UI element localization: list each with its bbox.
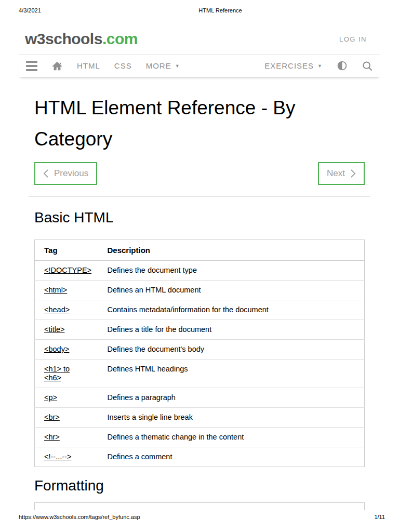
home-icon[interactable] — [51, 61, 63, 71]
previous-button-label: Previous — [54, 168, 88, 179]
description-text: Defines a title for the document — [108, 325, 212, 334]
description-cell: Defines an HTML document — [103, 281, 365, 300]
section-divider — [29, 196, 370, 197]
menu-icon[interactable] — [26, 61, 37, 71]
table-row: <html> Defines an HTML document — [35, 281, 365, 300]
next-button[interactable]: Next — [318, 162, 365, 185]
description-text: Inserts a single line break — [108, 413, 193, 421]
tag-link[interactable]: <!DOCTYPE> — [44, 266, 91, 274]
table-row: <p> Defines a paragraph — [35, 388, 365, 408]
tag-cell: <h1> to <h6> — [35, 360, 103, 388]
table-row: <title> Defines a title for the document — [35, 320, 365, 340]
tag-cell: <!DOCTYPE> — [35, 261, 103, 281]
section-heading-basic-html: Basic HTML — [34, 209, 365, 226]
description-cell: Defines a comment — [103, 447, 365, 467]
tag-link[interactable]: <html> — [44, 286, 67, 294]
table-row: <body> Defines the document's body — [35, 340, 365, 360]
nav-item-css-label: CSS — [114, 61, 132, 70]
print-date: 4/3/2021 — [19, 7, 41, 14]
nav-item-html-label: HTML — [77, 61, 100, 70]
description-text: Defines HTML headings — [108, 365, 188, 373]
nav-item-html[interactable]: HTML — [77, 61, 100, 70]
tag-link[interactable]: <body> — [44, 345, 69, 353]
masthead: w3schools.com LOG IN — [19, 23, 380, 54]
description-text: Defines the document's body — [108, 345, 205, 353]
tag-link[interactable]: <br> — [44, 413, 60, 421]
tag-link[interactable]: <head> — [44, 305, 70, 314]
table-row: <br> Inserts a single line break — [35, 408, 365, 428]
tag-cell: <html> — [35, 281, 103, 300]
description-text: Contains metadata/information for the do… — [108, 305, 269, 314]
section-heading-formatting: Formatting — [34, 477, 365, 494]
description-text: Defines the document type — [108, 266, 197, 274]
description-cell: Defines a paragraph — [103, 388, 365, 408]
logo-link[interactable]: w3schools.com — [25, 30, 138, 48]
description-cell: Defines the document's body — [103, 340, 365, 360]
tag-link[interactable]: <hr> — [44, 433, 60, 441]
logo-suffix-text: .com — [102, 30, 138, 47]
description-text: Defines a comment — [108, 453, 172, 461]
tag-cell: <br> — [35, 408, 103, 428]
page-title: HTML Element Reference - By Category — [34, 92, 346, 155]
tag-cell: <title> — [35, 320, 103, 340]
chevron-left-icon — [43, 169, 49, 178]
tag-link[interactable]: <h1> to <h6> — [44, 365, 70, 382]
description-text: Defines an HTML document — [108, 286, 201, 294]
description-cell: Defines the document type — [103, 261, 365, 281]
tag-link[interactable]: <title> — [44, 325, 65, 334]
next-button-label: Next — [327, 168, 345, 179]
table-row: <head> Contains metadata/information for… — [35, 300, 365, 320]
column-header-tag: Tag — [35, 240, 103, 261]
table-row: <hr> Defines a thematic change in the co… — [35, 428, 365, 447]
table-header-row: Tag Description — [35, 240, 365, 261]
search-icon[interactable] — [362, 60, 373, 72]
nav-item-more[interactable]: MORE▼ — [146, 61, 180, 70]
login-link[interactable]: LOG IN — [339, 35, 367, 43]
nav-item-more-label: MORE — [146, 61, 171, 70]
tag-cell: <hr> — [35, 428, 103, 447]
chevron-right-icon — [350, 169, 356, 178]
nav-item-css[interactable]: CSS — [114, 61, 132, 70]
table-row: <!DOCTYPE> Defines the document type — [35, 261, 365, 281]
description-text: Defines a thematic change in the content — [108, 433, 244, 441]
site-frame: w3schools.com LOG IN HTML CSS MORE▼ EXER… — [19, 23, 380, 510]
print-page-indicator: 1/11 — [374, 514, 385, 520]
tag-cell: <!--...--> — [35, 447, 103, 467]
tag-cell: <p> — [35, 388, 103, 408]
pagination: Previous Next — [34, 162, 365, 185]
nav-item-exercises[interactable]: EXERCISES▼ — [264, 61, 323, 70]
tag-cell: <head> — [35, 300, 103, 320]
description-cell: Contains metadata/information for the do… — [103, 300, 365, 320]
logo-main-text: w3schools — [25, 30, 102, 47]
chevron-down-icon: ▼ — [317, 63, 323, 69]
table-row: <!--...--> Defines a comment — [35, 447, 365, 467]
basic-html-table: Tag Description <!DOCTYPE> Defines the d… — [34, 240, 365, 467]
description-text: Defines a paragraph — [108, 393, 176, 402]
description-cell: Defines HTML headings — [103, 360, 365, 388]
description-cell: Defines a thematic change in the content — [103, 428, 365, 447]
description-cell: Inserts a single line break — [103, 408, 365, 428]
top-navigation: HTML CSS MORE▼ EXERCISES▼ — [19, 54, 380, 77]
print-document-title: HTML Reference — [42, 7, 399, 14]
print-footer-url: https://www.w3schools.com/tags/ref_byfun… — [19, 514, 140, 520]
dark-mode-contrast-icon[interactable] — [337, 60, 348, 71]
column-header-description: Description — [103, 240, 365, 261]
tag-link[interactable]: <!--...--> — [44, 453, 71, 461]
table-row: <h1> to <h6> Defines HTML headings — [35, 360, 365, 388]
chevron-down-icon: ▼ — [175, 63, 180, 69]
main-content: HTML Element Reference - By Category Pre… — [34, 92, 365, 510]
previous-button[interactable]: Previous — [34, 162, 97, 185]
nav-item-exercises-label: EXERCISES — [264, 61, 314, 70]
tag-cell: <body> — [35, 340, 103, 360]
formatting-table-clipped — [34, 502, 365, 510]
tag-link[interactable]: <p> — [44, 393, 57, 402]
description-cell: Defines a title for the document — [103, 320, 365, 340]
